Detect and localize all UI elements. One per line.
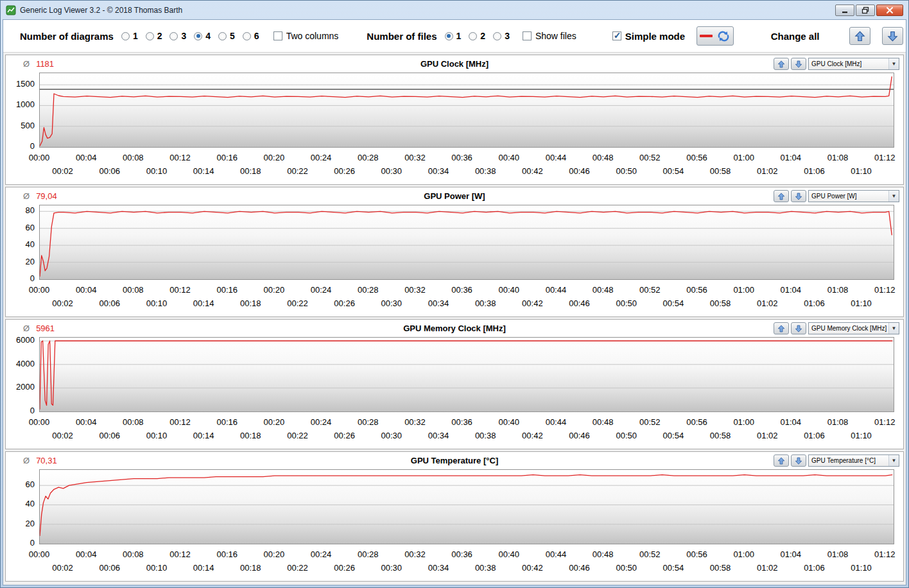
diagram-count-option-3[interactable]: 3 [169,31,186,41]
x-axis-tick-label: 01:10 [842,431,881,440]
chevron-down-icon: ▼ [888,323,899,334]
move-chart-down-button[interactable] [791,190,806,202]
chart-controls: GPU Memory Clock [MHz] ▼ [774,322,899,334]
diagram-count-option-2[interactable]: 2 [146,31,162,41]
x-axis-tick-label: 00:46 [560,298,599,308]
checkbox-icon [612,31,621,40]
x-axis-tick-label: 01:00 [725,549,763,559]
y-axis-tick-label: 60 [26,223,35,232]
x-axis-tick-label: 00:20 [255,285,293,295]
average-readout: Ø5961 [23,324,55,333]
move-chart-up-button[interactable] [774,322,789,334]
x-axis-tick-label: 00:12 [161,153,200,162]
chart-title: GPU Power [W] [6,191,903,201]
window-controls [835,4,903,16]
diagram-count-option-6[interactable]: 6 [243,31,259,41]
move-chart-down-button[interactable] [791,58,806,70]
app-window: Generic Log Viewer 3.2 - © 2018 Thomas B… [0,0,909,588]
x-axis-tick-label: 01:00 [725,285,763,295]
x-axis-tick-label: 00:02 [44,431,82,440]
move-chart-up-button[interactable] [774,190,789,202]
show-files-checkbox[interactable]: Show files [523,31,576,41]
x-axis-tick-label: 01:02 [748,431,786,440]
move-chart-up-button[interactable] [774,454,789,467]
diagram-count-option-5[interactable]: 5 [218,31,235,41]
x-axis-tick-label: 00:00 [20,153,58,162]
file-count-option-3[interactable]: 3 [493,31,510,41]
x-axis-tick-label: 00:04 [67,549,105,559]
x-axis-tick-label: 00:24 [302,153,340,162]
x-axis-tick-label: 01:02 [748,166,786,176]
y-axis-tick-label: 4000 [16,359,35,368]
x-axis-tick-label: 00:14 [184,563,223,573]
x-axis-tick-label: 00:34 [419,298,458,308]
x-axis-tick-label: 00:10 [137,298,176,308]
x-axis-tick-label: 00:32 [395,153,434,162]
metric-dropdown[interactable]: GPU Temperature [°C] ▼ [808,454,899,467]
average-symbol: Ø [23,324,30,333]
x-axis-tick-label: 00:42 [513,431,551,440]
two-columns-label: Two columns [286,31,339,41]
change-all-down-button[interactable] [882,27,903,45]
x-axis-tick-label: 00:54 [654,166,693,176]
line-color-refresh-button[interactable] [697,26,734,46]
number-of-files-label: Number of files [367,31,437,42]
x-axis-tick-label: 01:08 [818,285,857,295]
y-axis-tick-label: 1000 [16,99,35,109]
file-count-option-2[interactable]: 2 [469,31,485,41]
metric-dropdown-value: GPU Clock [MHz] [809,60,888,67]
x-axis-tick-label: 00:20 [255,153,293,162]
file-count-option-label: 1 [456,31,462,41]
x-axis-tick-label: 00:06 [91,298,129,308]
diagram-count-option-4[interactable]: 4 [194,31,211,41]
maximize-button[interactable] [856,4,875,16]
two-columns-checkbox[interactable]: Two columns [273,31,339,41]
x-axis-tick-label: 00:12 [161,549,200,559]
x-axis-tick-label: 00:52 [630,549,669,559]
x-axis-tick-label: 00:34 [419,166,458,176]
average-value: 5961 [36,324,55,333]
change-all-up-button[interactable] [849,27,870,45]
file-count-option-1[interactable]: 1 [445,31,462,41]
x-axis-tick-label: 01:08 [818,549,857,559]
x-axis-tick-label: 01:04 [772,417,810,427]
diagram-count-option-1[interactable]: 1 [121,31,138,41]
x-axis-tick-label: 00:26 [325,166,364,176]
close-button[interactable] [876,4,903,16]
x-axis-tick-label: 00:36 [443,285,481,295]
metric-dropdown[interactable]: GPU Power [W] ▼ [808,190,899,202]
x-axis-tick-label: 00:06 [91,563,129,573]
y-axis-labels: 0200040006000 [6,337,38,412]
diagram-count-option-label: 2 [157,31,162,41]
metric-dropdown[interactable]: GPU Clock [MHz] ▼ [808,58,899,70]
x-axis-tick-label: 00:58 [701,563,740,573]
radio-icon [493,32,501,40]
x-axis-tick-label: 00:44 [537,417,575,427]
show-files-label: Show files [535,31,576,41]
x-axis-tick-label: 01:12 [865,549,904,559]
file-count-option-label: 3 [505,31,510,41]
x-axis-tick-label: 00:02 [44,166,82,176]
simple-mode-checkbox[interactable]: Simple mode [612,31,685,42]
x-axis-tick-label: 01:06 [795,166,833,176]
x-axis-tick-label: 00:52 [630,153,669,162]
metric-dropdown[interactable]: GPU Memory Clock [MHz] ▼ [808,322,899,334]
x-axis-tick-label: 00:40 [490,417,528,427]
move-chart-down-button[interactable] [791,322,806,334]
x-axis-tick-label: 00:00 [20,285,58,295]
x-axis-labels: 00:0000:0400:0800:1200:1600:2000:2400:28… [6,413,903,449]
x-axis-tick-label: 00:12 [161,285,200,295]
app-icon [6,5,16,15]
radio-icon [243,32,251,40]
x-axis-tick-label: 00:32 [395,549,434,559]
x-axis-tick-label: 00:56 [677,153,716,162]
window-titlebar[interactable]: Generic Log Viewer 3.2 - © 2018 Thomas B… [1,1,908,19]
x-axis-tick-label: 00:46 [560,563,599,573]
x-axis-tick-label: 01:12 [865,417,904,427]
radio-icon [469,32,477,40]
x-axis-tick-label: 00:00 [20,417,58,427]
move-chart-up-button[interactable] [774,58,789,70]
minimize-button[interactable] [835,4,854,16]
x-axis-tick-label: 00:28 [349,549,387,559]
move-chart-down-button[interactable] [791,454,806,467]
